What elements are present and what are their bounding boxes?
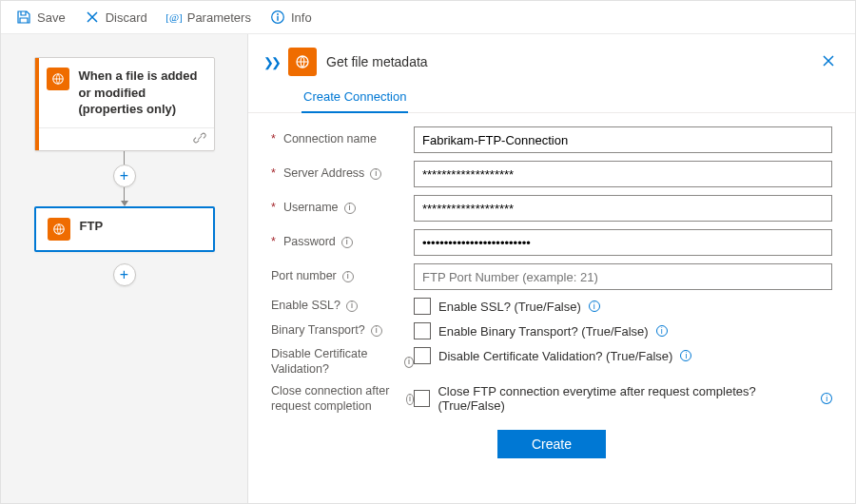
- info-icon: [270, 10, 285, 25]
- closeconn-label: Close connection after request completio…: [271, 384, 414, 414]
- save-icon: [16, 10, 31, 25]
- cert-check-label: Disable Certificate Validation? (True/Fa…: [438, 349, 672, 363]
- info-icon[interactable]: i: [821, 393, 832, 404]
- info-icon[interactable]: i: [406, 394, 414, 405]
- info-label: Info: [291, 10, 312, 25]
- closeconn-check-label: Close FTP connection everytime after req…: [438, 384, 813, 413]
- create-button[interactable]: Create: [497, 430, 606, 458]
- tab-row: Create Connection: [248, 82, 855, 113]
- save-button[interactable]: Save: [9, 6, 73, 29]
- discard-button[interactable]: Discard: [77, 6, 155, 29]
- cert-label: Disable Certificate Validation? i: [271, 347, 414, 377]
- cert-checkbox[interactable]: [414, 347, 431, 364]
- ssl-check-label: Enable SSL? (True/False): [438, 300, 581, 314]
- closeconn-checkbox[interactable]: [414, 390, 430, 407]
- ftp-icon: [288, 48, 317, 76]
- info-icon[interactable]: i: [656, 325, 668, 337]
- ssl-label: Enable SSL? i: [271, 299, 414, 314]
- ftp-action-title: FTP: [80, 218, 104, 235]
- card-accent: [35, 58, 39, 150]
- info-button[interactable]: Info: [263, 6, 320, 29]
- connector: [124, 187, 125, 201]
- binary-label: Binary Transport? i: [271, 323, 414, 339]
- connection-name-input[interactable]: [414, 126, 832, 153]
- close-icon: [821, 53, 836, 68]
- info-icon[interactable]: i: [341, 237, 353, 248]
- binary-check-label: Enable Binary Transport? (True/False): [438, 324, 649, 339]
- trigger-card[interactable]: When a file is added or modified (proper…: [34, 57, 215, 151]
- password-input[interactable]: [414, 229, 832, 256]
- info-icon[interactable]: i: [589, 300, 600, 312]
- info-icon[interactable]: i: [680, 350, 691, 361]
- close-button[interactable]: [821, 53, 836, 71]
- workflow-canvas: When a file is added or modified (proper…: [1, 34, 248, 503]
- svg-text:[@]: [@]: [166, 11, 182, 23]
- svg-point-2: [277, 13, 279, 15]
- ssl-checkbox[interactable]: [414, 298, 431, 315]
- info-icon[interactable]: i: [346, 300, 358, 312]
- port-input[interactable]: [414, 263, 832, 290]
- parameters-label: Parameters: [187, 10, 251, 25]
- add-step-button[interactable]: +: [113, 165, 136, 187]
- info-icon[interactable]: i: [344, 203, 356, 214]
- server-address-label: *Server Address i: [271, 166, 414, 182]
- info-icon[interactable]: i: [370, 168, 381, 180]
- connection-form: *Connection name *Server Address i *User…: [248, 113, 855, 468]
- connector: [124, 151, 125, 165]
- ftp-action-card[interactable]: FTP: [34, 206, 215, 252]
- ftp-icon: [47, 68, 69, 90]
- link-icon: [193, 131, 206, 147]
- add-step-button-2[interactable]: +: [113, 263, 136, 286]
- parameters-icon: [@]: [166, 10, 182, 25]
- ftp-icon: [48, 218, 70, 241]
- username-input[interactable]: [414, 195, 832, 222]
- details-panel: ❯❯ Get file metadata Create Connection *…: [248, 34, 855, 503]
- server-address-input[interactable]: [414, 161, 832, 187]
- discard-label: Discard: [106, 10, 147, 25]
- svg-rect-3: [277, 16, 278, 21]
- connection-name-label: *Connection name: [271, 132, 414, 147]
- info-icon[interactable]: i: [404, 357, 414, 368]
- info-icon[interactable]: i: [342, 271, 354, 282]
- info-icon[interactable]: i: [371, 325, 382, 337]
- password-label: *Password i: [271, 235, 414, 250]
- parameters-button[interactable]: [@] Parameters: [159, 6, 259, 29]
- binary-checkbox[interactable]: [414, 322, 431, 339]
- port-label: Port number i: [271, 269, 414, 284]
- tab-create-connection[interactable]: Create Connection: [302, 82, 408, 113]
- panel-title: Get file metadata: [326, 54, 428, 69]
- collapse-icon[interactable]: ❯❯: [263, 55, 279, 69]
- trigger-title: When a file is added or modified (proper…: [79, 68, 203, 118]
- discard-icon: [85, 10, 100, 25]
- save-label: Save: [37, 10, 66, 25]
- connector-arrow: [121, 201, 128, 206]
- username-label: *Username i: [271, 201, 414, 216]
- toolbar: Save Discard [@] Parameters Info: [1, 1, 855, 34]
